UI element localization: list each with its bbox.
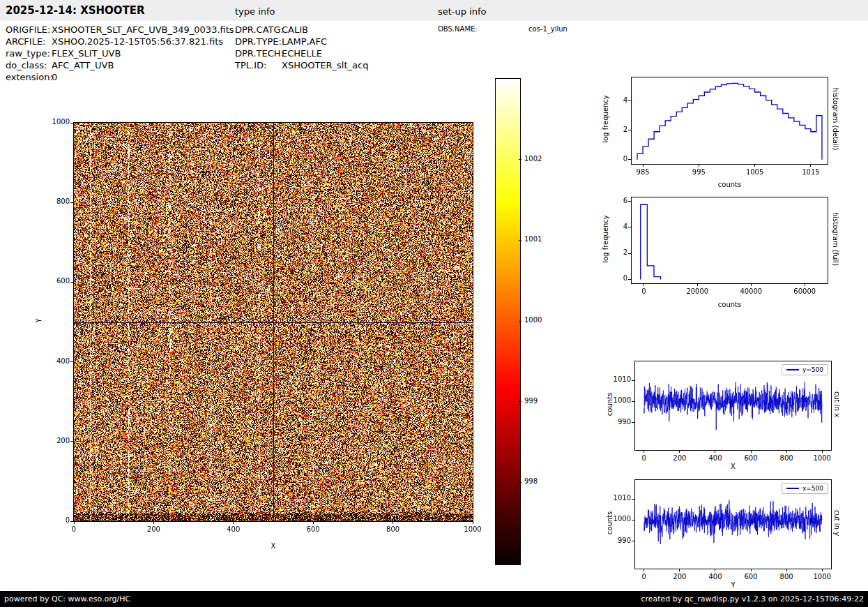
- tickmark: [233, 521, 234, 524]
- cut-y-legend-label: x=500: [802, 485, 823, 492]
- ticklabel: 600: [33, 277, 70, 285]
- ticklabel: 2: [591, 126, 627, 133]
- dprcatg-value: CALIB: [282, 24, 308, 35]
- ticklabel: 400: [33, 357, 70, 365]
- tickmark: [810, 164, 811, 167]
- tickmark: [822, 569, 823, 571]
- footer-bar: powered by QC: www.eso.org/HC created by…: [0, 591, 868, 607]
- hist-detail-yaxis-label: log frequency: [602, 88, 609, 151]
- footer-left-text: powered by QC: www.eso.org/HC: [4, 594, 130, 604]
- tickmark: [715, 450, 715, 453]
- tickmark: [628, 159, 631, 160]
- doclass-label: do_class:: [6, 60, 47, 70]
- hist-detail-xaxis-label: counts: [631, 181, 828, 188]
- cut-x-yaxis-label: counts: [606, 373, 614, 436]
- tickmark: [628, 279, 631, 280]
- tickmark: [632, 380, 634, 381]
- arcfile-label: ARCFILE:: [6, 36, 46, 47]
- tickmark: [643, 164, 644, 167]
- tickmark: [70, 441, 73, 442]
- ticklabel: 600: [292, 525, 334, 533]
- footer-right-text: created by qc_rawdisp.py v1.2.3 on 2025-…: [641, 594, 864, 604]
- doclass-value: AFC_ATT_UVB: [52, 60, 114, 70]
- obsname-value: cos-1_yilun: [528, 25, 568, 33]
- tickmark: [628, 227, 631, 227]
- header-bar: 2025-12-14: XSHOOTER type info set-up in…: [0, 0, 868, 21]
- cut-in-x-plot: y=500 0200400600800100099010001010: [634, 361, 832, 451]
- tickmark: [754, 164, 755, 167]
- raw-image-plot-canvas: [74, 123, 473, 521]
- tplid-label: TPL.ID:: [235, 60, 266, 70]
- tickmark: [74, 521, 75, 524]
- ticklabel: 4: [591, 96, 627, 104]
- ticklabel: 985: [622, 168, 664, 176]
- obsname-label: OBS.NAME:: [438, 25, 478, 33]
- tickmark: [519, 240, 521, 241]
- ticklabel: 1002: [524, 155, 542, 163]
- extension-label: extension:: [6, 72, 53, 82]
- tickmark: [697, 283, 698, 286]
- histogram-detail-plot-canvas: [632, 77, 828, 164]
- origfile-value: XSHOOTER_SLT_AFC_UVB_349_0033.fits: [52, 24, 234, 35]
- dprtype-value: LAMP,AFC: [282, 36, 327, 47]
- histogram-full-plot: 02000040000600000246: [631, 197, 828, 284]
- cut-y-right-label: cut in y: [833, 481, 841, 565]
- tickmark: [628, 130, 631, 130]
- tickmark: [679, 569, 680, 571]
- cut-y-legend: x=500: [782, 483, 828, 494]
- ticklabel: 1005: [734, 168, 776, 176]
- ticklabel: 800: [33, 197, 70, 205]
- histogram-full-plot-canvas: [632, 197, 828, 283]
- tickmark: [70, 361, 73, 362]
- cut-x-legend-label: y=500: [802, 366, 823, 373]
- tickmark: [786, 450, 787, 453]
- histogram-detail-plot: 98599510051015024: [631, 77, 828, 165]
- tickmark: [786, 569, 787, 571]
- dprtech-value: ECHELLE: [282, 48, 322, 59]
- ticklabel: 1000: [452, 525, 494, 533]
- hist-detail-right-label: histogram (detail): [832, 77, 839, 161]
- type-info-heading: type info: [235, 6, 275, 17]
- ticklabel: 1015: [790, 168, 832, 176]
- tickmark: [519, 321, 521, 322]
- tickmark: [519, 401, 521, 402]
- cut-x-xaxis-label: X: [634, 463, 832, 470]
- image-yaxis-label: Y: [35, 290, 43, 352]
- ticklabel: 200: [132, 525, 174, 533]
- tickmark: [632, 499, 634, 500]
- cut-x-legend: y=500: [782, 364, 828, 375]
- legend-line-icon: [786, 488, 799, 489]
- extension-value: 0: [52, 72, 57, 82]
- rawtype-label: raw_type:: [6, 48, 50, 59]
- dprtech-label: DPR.TECH:: [235, 48, 284, 59]
- ticklabel: 998: [524, 477, 538, 485]
- ticklabel: 400: [213, 525, 254, 533]
- tickmark: [628, 100, 631, 101]
- dprcatg-label: DPR.CATG:: [235, 24, 284, 35]
- tickmark: [679, 450, 680, 453]
- ticklabel: 0: [53, 525, 95, 533]
- ticklabel: 0: [591, 274, 627, 282]
- ticklabel: 2: [591, 248, 627, 256]
- ticklabel: 40000: [730, 287, 772, 295]
- ticklabel: 60000: [784, 287, 825, 295]
- cut-x-right-label: cut in x: [833, 363, 841, 447]
- ticklabel: 1000: [33, 118, 70, 126]
- ticklabel: 4: [591, 223, 627, 230]
- tickmark: [519, 159, 521, 160]
- tickmark: [699, 164, 699, 167]
- tickmark: [751, 450, 752, 453]
- tickmark: [70, 521, 73, 522]
- colorbar: 998999100010011002: [495, 78, 521, 565]
- tickmark: [519, 482, 521, 483]
- hist-full-xaxis-label: counts: [631, 301, 828, 308]
- legend-line-icon: [786, 369, 799, 370]
- tickmark: [628, 201, 631, 202]
- tickmark: [632, 401, 634, 402]
- tickmark: [822, 450, 823, 453]
- tickmark: [632, 520, 634, 520]
- cut-y-yaxis-label: counts: [606, 492, 614, 555]
- hist-full-yaxis-label: log frequency: [602, 208, 609, 271]
- tickmark: [70, 202, 73, 203]
- tickmark: [473, 521, 473, 524]
